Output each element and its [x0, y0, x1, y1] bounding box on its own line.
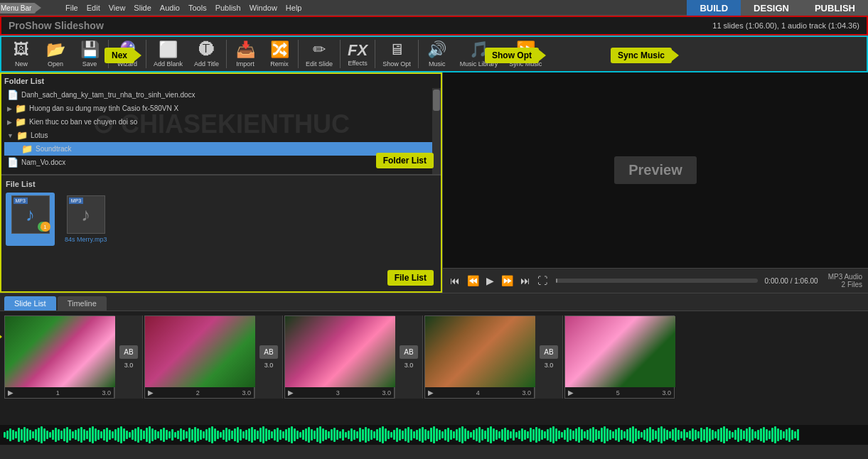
tab-slide-list[interactable]: Slide List [4, 296, 56, 310]
slide-play-2[interactable]: ▶ [148, 389, 154, 396]
progress-bar[interactable] [556, 279, 758, 283]
menu-window[interactable]: Window [245, 4, 282, 12]
new-button[interactable]: 🖼 New [4, 39, 38, 69]
effects-button[interactable]: FX Effects [342, 40, 373, 68]
skip-end-button[interactable]: ⏭ [519, 275, 532, 286]
preview-area: Preview [443, 72, 868, 268]
trans-icon-2: AB [259, 345, 277, 359]
menu-bar: Menu Bar File Edit View Slide Audio Tool… [0, 0, 868, 16]
slide-list-annotation: Slide List [0, 329, 2, 345]
folder-name-3: Kien thuc co ban ve chuyen doi so [29, 118, 137, 126]
menu-edit[interactable]: Edit [82, 4, 105, 12]
divider-7 [418, 40, 419, 68]
folder-icon-1: 📄 [7, 90, 18, 100]
folder-item-lotus[interactable]: ▼ 📁 Lotus [4, 129, 438, 142]
slide-dur-3: 3.0 [382, 389, 391, 396]
publish-tab[interactable]: PUBLISH [802, 0, 868, 16]
slide-play-5[interactable]: ▶ [568, 389, 574, 396]
new-label: New [15, 60, 28, 68]
slide-tabs: Slide List Timeline [0, 293, 868, 311]
folder-item-2[interactable]: ▶ 📁 Huong dan su dung may tinh Casio fx-… [4, 102, 438, 115]
edit-slide-button[interactable]: ✏ Edit Slide [300, 39, 338, 69]
waveform: // Generate waveform bars const wf = doc… [0, 425, 868, 445]
open-icon: 📂 [46, 40, 65, 59]
folder-name-soundtrack: Soundtrack [36, 145, 72, 153]
folder-item-namvo[interactable]: 📄 Nam_Vo.docx [4, 156, 438, 169]
divider-3 [226, 40, 227, 68]
menu-help[interactable]: Help [282, 4, 306, 12]
show-opt-button[interactable]: 🖥 Show Opt [377, 39, 417, 69]
slide-num-4: 4 [476, 389, 480, 396]
menu-publish[interactable]: Publish [211, 4, 245, 12]
rewind-button[interactable]: ⏪ [466, 275, 481, 286]
main-area: Folder List 📄 Danh_sach_dang_ky_tam_tru_… [0, 72, 868, 293]
nex-badge[interactable]: Nex [105, 48, 134, 63]
slide-play-1[interactable]: ▶ [8, 389, 14, 396]
slide-dur-1: 3.0 [102, 389, 111, 396]
build-tab[interactable]: BUILD [687, 0, 741, 16]
slide-item-3[interactable]: ▶ 3 3.0 [284, 315, 395, 399]
sync-badge-arrow [672, 50, 679, 61]
play-button[interactable]: ▶ [485, 275, 495, 286]
music-button[interactable]: 🔊 Music [420, 39, 454, 69]
sync-badge[interactable]: Sync Music [611, 48, 672, 63]
time-display: 0:00.00 / 1:06.00 [765, 277, 818, 285]
menu-audio[interactable]: Audio [156, 4, 184, 12]
fullscreen-button[interactable]: ⛶ [536, 275, 549, 286]
slide-transition-3: AB 3.0 [395, 315, 423, 399]
fast-forward-button[interactable]: ⏩ [500, 275, 515, 286]
slide-group-5: ▶ 5 3.0 [564, 315, 675, 399]
trans-num-3: 3.0 [404, 362, 414, 369]
folder-icon-3: 📁 [15, 117, 26, 127]
toolbar: 🖼 New 📂 Open 💾 Save 🔮 Wizard ⬜ Add Blank… [0, 36, 868, 72]
add-blank-icon: ⬜ [159, 40, 178, 59]
folder-item-soundtrack[interactable]: 📁 Soundtrack [4, 142, 438, 156]
folder-item-3[interactable]: ▶ 📁 Kien thuc co ban ve chuyen doi so [4, 115, 438, 129]
show-opt-icon: 🖥 [389, 40, 404, 59]
preview-panel: Preview ⏮ ⏪ ▶ ⏩ ⏭ ⛶ 0:00.00 / 1:06.00 MP… [442, 72, 868, 293]
skip-start-button[interactable]: ⏮ [449, 275, 461, 286]
add-title-label: Add Title [194, 60, 219, 68]
divider-6 [375, 40, 375, 68]
slide-thumb-4 [425, 316, 535, 387]
mp3-icon-1: ♪ [26, 204, 35, 226]
slide-item-5[interactable]: ▶ 5 3.0 [564, 315, 675, 399]
effects-icon: FX [348, 41, 368, 60]
import-label: Import [236, 60, 254, 68]
file-item-2[interactable]: ♪ MP3 84s Merry.mp3 [62, 193, 109, 246]
progress-fill [556, 279, 557, 283]
menu-view[interactable]: View [105, 4, 130, 12]
edit-slide-icon: ✏ [313, 40, 326, 59]
preview-controls: ⏮ ⏪ ▶ ⏩ ⏭ ⛶ 0:00.00 / 1:06.00 MP3 Audio … [443, 268, 868, 293]
slide-footer-5: ▶ 5 3.0 [565, 387, 674, 398]
tab-timeline[interactable]: Timeline [58, 296, 107, 310]
design-tab[interactable]: DESIGN [741, 0, 802, 16]
slide-item-1[interactable]: ▶ 1 3.0 [4, 315, 114, 399]
slide-item-4[interactable]: ▶ 4 3.0 [424, 315, 535, 399]
left-panel: Folder List 📄 Danh_sach_dang_ky_tam_tru_… [0, 72, 442, 293]
remix-button[interactable]: 🔀 Remix [262, 39, 296, 69]
file-items-container: ♪ MP3 ✓ 1 64s Island.mp3 ♪ MP3 84s Merry… [6, 193, 436, 246]
file-item-1[interactable]: ♪ MP3 ✓ 1 64s Island.mp3 [6, 193, 55, 246]
menu-file[interactable]: File [61, 4, 82, 12]
preview-label: Preview [614, 156, 697, 184]
save-label: Save [82, 60, 97, 68]
slide-transition-2: AB 3.0 [254, 315, 283, 399]
show-opt-badge[interactable]: Show Opt [485, 48, 539, 63]
trans-num-4: 3.0 [545, 362, 554, 369]
slide-item-2[interactable]: ▶ 2 3.0 [144, 315, 254, 399]
slide-play-3[interactable]: ▶ [288, 389, 294, 396]
slide-list-content: ▶ 1 3.0 AB 3.0 ▶ 2 3.0 AB [0, 311, 868, 425]
menu-tools[interactable]: Tools [184, 4, 211, 12]
add-title-button[interactable]: 🅣 Add Title [188, 39, 225, 69]
menu-slide[interactable]: Slide [129, 4, 155, 12]
slide-play-4[interactable]: ▶ [428, 389, 434, 396]
trans-icon-1: AB [119, 345, 137, 359]
slide-footer-4: ▶ 4 3.0 [425, 387, 534, 398]
open-button[interactable]: 📂 Open [38, 39, 73, 69]
import-button[interactable]: 📥 Import [228, 39, 262, 69]
save-button[interactable]: 💾 Save [73, 39, 107, 69]
add-blank-button[interactable]: ⬜ Add Blank [148, 39, 188, 69]
file-list-title: File List [6, 180, 436, 188]
folder-item-1[interactable]: 📄 Danh_sach_dang_ky_tam_tru_nha_tro_sinh… [4, 88, 438, 102]
